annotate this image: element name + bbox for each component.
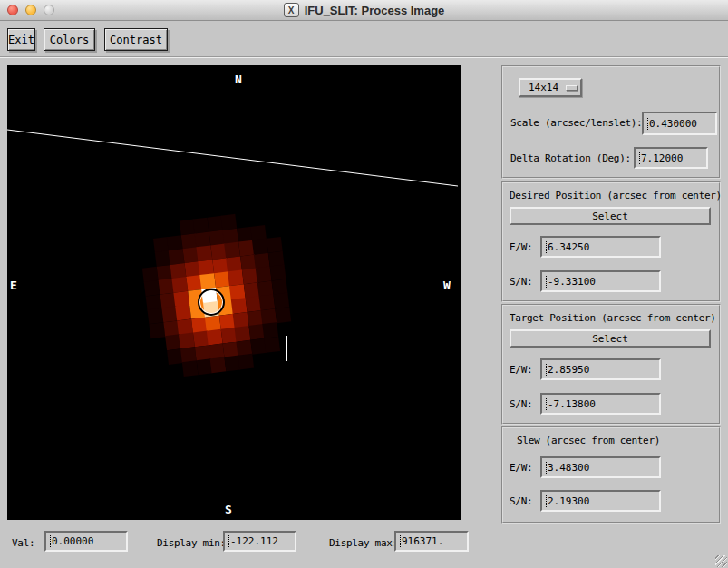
compass-north-label: N [235,73,242,86]
psf-heatmap [137,207,309,379]
contrast-button-label: Contrast [110,34,162,46]
exit-button[interactable]: Exit [7,28,35,51]
slew-sn-field[interactable]: 2.19300 [540,490,661,512]
colors-button[interactable]: Colors [44,28,95,51]
scale-rotation-panel: 14x14 Scale (arcsec/lenslet): 0.430000 D… [501,65,721,179]
slew-ew-label: E/W: [510,462,532,474]
target-sn-field[interactable]: -7.13800 [540,393,661,415]
desired-select-button[interactable]: Select [510,207,711,225]
target-ew-field[interactable]: 2.85950 [540,358,661,380]
slew-ew-value: 3.48300 [548,462,589,474]
contrast-button[interactable]: Contrast [104,28,168,51]
display-max-field[interactable]: 916371. [394,531,469,552]
val-value: 0.00000 [52,535,93,547]
slew-sn-label: S/N: [510,495,532,507]
desired-ew-value: 6.34250 [548,241,589,253]
exit-button-label: Exit [8,34,34,46]
display-max-label: Display max: [329,537,398,549]
display-min-value: -122.112 [230,535,278,547]
text-caret [400,535,401,547]
target-position-title: Target Position (arcsec from center) [510,312,716,324]
text-caret [639,152,640,164]
grid-size-value: 14x14 [529,82,558,93]
compass-west-label: W [443,279,451,292]
text-caret [546,398,547,410]
x11-app-icon: X [284,3,299,17]
desired-select-label: Select [592,211,628,222]
rotation-label: Delta Rotation (Deg): [510,152,631,164]
window-title: IFU_SLIT: Process Image [305,4,445,17]
colors-button-label: Colors [50,34,89,46]
target-ew-value: 2.85950 [548,364,589,376]
slew-panel: Slew (arcsec from center) E/W: 3.48300 S… [501,426,721,524]
text-caret [546,276,547,288]
app-window: X IFU_SLIT: Process Image Exit Colors Co… [0,0,728,568]
text-caret [50,535,51,547]
scale-value: 0.430000 [649,118,697,130]
scale-field[interactable]: 0.430000 [642,112,717,135]
grid-size-dropdown[interactable]: 14x14 [519,78,582,97]
text-caret [647,118,648,130]
target-sn-value: -7.13800 [548,398,596,410]
desired-position-title: Desired Position (arcsec from center) [510,190,722,201]
text-caret [546,364,547,376]
target-ew-label: E/W: [510,364,532,376]
desired-ew-label: E/W: [510,241,532,253]
crosshair-marker [286,336,287,361]
text-caret [228,535,229,547]
compass-east-label: E [10,279,17,292]
title-bar[interactable]: X IFU_SLIT: Process Image [0,0,728,21]
toolbar-separator [0,56,728,58]
target-select-button[interactable]: Select [510,329,711,348]
target-position-panel: Target Position (arcsec from center) Sel… [501,304,721,425]
slew-title: Slew (arcsec from center) [517,435,660,446]
crosshair-marker-right [289,348,299,348]
val-label: Val: [12,537,34,549]
desired-sn-value: -9.33100 [548,276,596,288]
desired-sn-field[interactable]: -9.33100 [540,270,661,292]
title-group: X IFU_SLIT: Process Image [0,0,728,20]
display-max-value: 916371. [402,535,443,547]
rotation-value: 7.12000 [641,152,683,164]
display-min-label: Display min: [157,537,226,549]
desired-sn-label: S/N: [510,276,532,288]
scale-label: Scale (arcsec/lenslet): [510,117,642,129]
target-sn-label: S/N: [510,398,532,410]
text-caret [546,462,547,474]
text-caret [546,241,547,253]
compass-south-label: S [225,504,232,516]
image-canvas[interactable]: N S E W [7,65,461,520]
val-field[interactable]: 0.00000 [44,531,128,552]
rotation-field[interactable]: 7.12000 [634,147,708,169]
option-menu-indicator-icon [566,85,578,91]
desired-position-panel: Desired Position (arcsec from center) Se… [501,181,721,302]
crosshair-marker-left [275,348,284,348]
text-caret [546,495,547,507]
slew-sn-value: 2.19300 [548,495,589,507]
desired-ew-field[interactable]: 6.34250 [540,236,661,258]
display-min-field[interactable]: -122.112 [223,531,296,552]
target-select-label: Select [592,333,628,345]
slew-ew-field[interactable]: 3.48300 [540,456,661,478]
aperture-circle-marker [198,289,225,316]
resize-grip[interactable] [715,555,727,567]
